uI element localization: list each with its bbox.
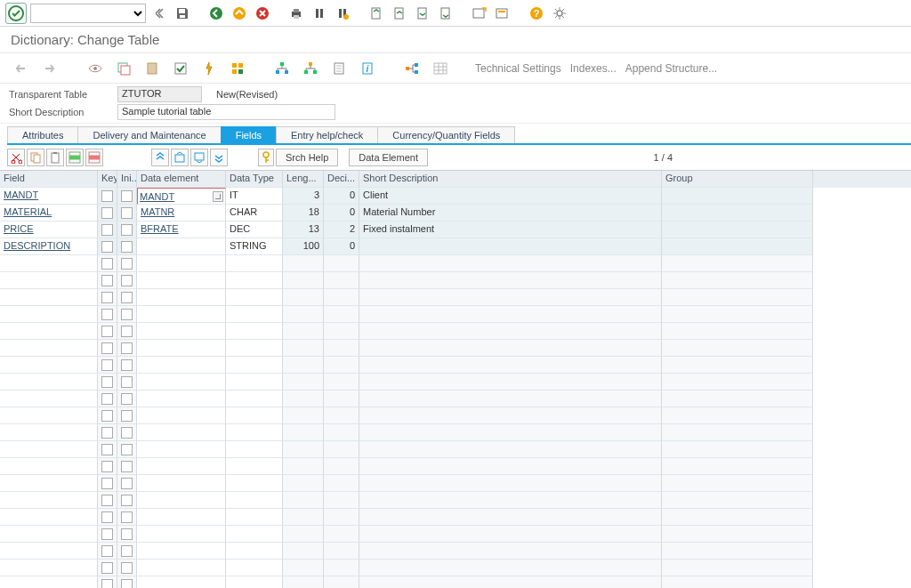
key-checkbox[interactable] — [98, 509, 117, 526]
nav-up-icon[interactable] — [230, 4, 248, 22]
field-cell[interactable]: DESCRIPTION — [0, 238, 98, 255]
init-checkbox[interactable] — [117, 509, 137, 526]
field-cell[interactable] — [0, 289, 98, 306]
shortcut-icon[interactable] — [494, 4, 512, 22]
key-checkbox[interactable] — [98, 238, 117, 255]
field-cell[interactable] — [0, 576, 98, 588]
field-cell[interactable] — [0, 255, 98, 272]
data-element-cell[interactable] — [137, 391, 226, 407]
init-checkbox[interactable] — [117, 424, 137, 441]
init-checkbox[interactable] — [117, 526, 137, 543]
init-checkbox[interactable] — [117, 391, 137, 407]
init-checkbox[interactable] — [117, 323, 137, 340]
check-icon[interactable] — [172, 60, 189, 77]
data-element-cell[interactable] — [137, 255, 226, 272]
field-cell[interactable] — [0, 391, 98, 407]
find-next-icon[interactable] — [334, 4, 351, 22]
init-checkbox[interactable] — [117, 543, 137, 560]
collapse-all-icon[interactable] — [210, 149, 228, 166]
key-checkbox[interactable] — [98, 323, 117, 340]
table-row[interactable] — [0, 509, 911, 526]
key-checkbox[interactable] — [98, 255, 117, 272]
init-checkbox[interactable] — [117, 407, 137, 424]
group-cell[interactable] — [662, 424, 813, 441]
technical-settings-button[interactable]: Technical Settings — [475, 62, 561, 75]
cancel-icon[interactable] — [254, 4, 271, 22]
arrow-left-icon[interactable] — [13, 60, 31, 77]
hierarchy-icon[interactable] — [273, 60, 291, 77]
delete-row-icon[interactable] — [85, 149, 103, 166]
table-row[interactable] — [0, 289, 911, 306]
init-checkbox[interactable] — [117, 238, 137, 255]
group-cell[interactable] — [662, 255, 813, 272]
save-icon[interactable] — [173, 4, 191, 22]
short-desc-field[interactable]: Sample tutorial table — [117, 104, 335, 120]
first-page-icon[interactable] — [367, 4, 385, 22]
field-cell[interactable] — [0, 374, 98, 391]
group-cell[interactable] — [662, 441, 813, 458]
key-icon[interactable] — [258, 149, 274, 166]
table-row[interactable] — [0, 560, 911, 576]
table-row[interactable] — [0, 306, 911, 323]
key-checkbox[interactable] — [98, 407, 117, 424]
col-len[interactable]: Leng... — [283, 171, 324, 188]
field-cell[interactable]: MANDT — [0, 188, 98, 205]
key-checkbox[interactable] — [98, 357, 117, 374]
group-cell[interactable] — [662, 205, 813, 222]
table-row[interactable] — [0, 576, 911, 588]
table-row[interactable] — [0, 458, 911, 475]
data-element-cell[interactable] — [137, 424, 226, 441]
init-checkbox[interactable] — [117, 560, 137, 576]
table-row[interactable] — [0, 441, 911, 458]
group-cell[interactable] — [662, 560, 813, 576]
field-cell[interactable] — [0, 475, 98, 492]
data-element-cell[interactable] — [137, 238, 226, 255]
hierarchy-alt-icon[interactable] — [302, 60, 319, 77]
tab-attributes[interactable]: Attributes — [7, 126, 78, 143]
data-element-cell[interactable] — [137, 374, 226, 391]
field-cell[interactable]: PRICE — [0, 222, 98, 238]
value-help-icon[interactable] — [213, 191, 223, 202]
col-key[interactable]: Key — [98, 171, 117, 188]
data-element-cell[interactable] — [137, 492, 226, 509]
key-checkbox[interactable] — [98, 222, 117, 238]
field-cell[interactable] — [0, 458, 98, 475]
init-checkbox[interactable] — [117, 458, 137, 475]
init-checkbox[interactable] — [117, 255, 137, 272]
graphic-icon[interactable] — [403, 60, 421, 77]
key-checkbox[interactable] — [98, 188, 117, 205]
contents-icon[interactable] — [330, 60, 348, 77]
table-row[interactable] — [0, 357, 911, 374]
init-checkbox[interactable] — [117, 374, 137, 391]
expand-all-icon[interactable] — [151, 149, 169, 166]
init-checkbox[interactable] — [117, 475, 137, 492]
group-cell[interactable] — [662, 509, 813, 526]
key-checkbox[interactable] — [98, 391, 117, 407]
key-checkbox[interactable] — [98, 205, 117, 222]
group-cell[interactable] — [662, 492, 813, 509]
nav-back-icon[interactable] — [207, 4, 225, 22]
table-row[interactable] — [0, 407, 911, 424]
key-checkbox[interactable] — [98, 526, 117, 543]
group-cell[interactable] — [662, 188, 813, 205]
tab-currency[interactable]: Currency/Quantity Fields — [377, 126, 515, 143]
table-row[interactable] — [0, 424, 911, 441]
col-desc[interactable]: Short Description — [359, 171, 662, 188]
init-checkbox[interactable] — [117, 441, 137, 458]
paste-icon[interactable] — [46, 149, 64, 166]
tab-fields[interactable]: Fields — [221, 126, 277, 143]
data-element-cell[interactable] — [137, 289, 226, 306]
init-checkbox[interactable] — [117, 340, 137, 357]
print-icon[interactable] — [287, 4, 305, 22]
init-checkbox[interactable] — [117, 306, 137, 323]
group-cell[interactable] — [662, 357, 813, 374]
display-toggle-icon[interactable] — [86, 60, 104, 77]
field-cell[interactable] — [0, 543, 98, 560]
key-checkbox[interactable] — [98, 441, 117, 458]
where-used-icon[interactable] — [229, 60, 246, 77]
table-row[interactable] — [0, 374, 911, 391]
data-element-cell[interactable] — [137, 526, 226, 543]
data-element-button[interactable]: Data Element — [349, 149, 428, 166]
table-row[interactable] — [0, 255, 911, 272]
next-page-icon[interactable] — [414, 4, 431, 22]
